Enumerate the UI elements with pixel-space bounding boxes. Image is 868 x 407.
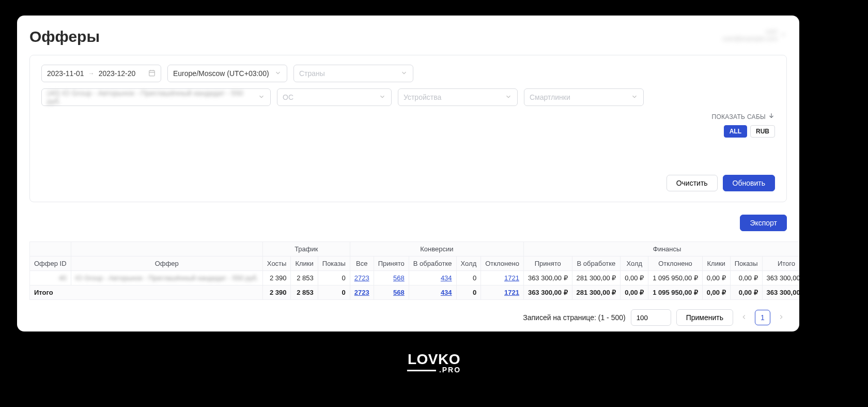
pagination-apply-button[interactable]: Применить	[676, 309, 733, 326]
col-f-rejected: Отклонено	[648, 257, 703, 271]
cell-f-processing: 281 300,00 ₽	[572, 271, 621, 285]
cell-hold: 0	[456, 271, 481, 285]
cell-f-hold: 0,00 ₽	[621, 271, 648, 285]
col-f-processing: В обработке	[572, 257, 621, 271]
logo: LOVKO .PRO	[407, 351, 461, 374]
total-clicks: 2 853	[291, 285, 318, 300]
page-size-input[interactable]	[631, 309, 671, 326]
export-button[interactable]: Экспорт	[740, 215, 787, 231]
show-subs-label: ПОКАЗАТЬ САБЫ	[712, 113, 766, 120]
cell-offer-id: 40	[30, 271, 71, 285]
col-group-traffic: Трафик	[262, 242, 350, 257]
total-hosts: 2 390	[262, 285, 291, 300]
total-f-hold: 0,00 ₽	[621, 285, 648, 300]
col-empty	[30, 242, 71, 257]
col-f-total: Итого	[762, 257, 799, 271]
cell-f-accepted: 363 300,00 ₽	[523, 271, 572, 285]
prev-page-button[interactable]	[738, 313, 750, 322]
header-row: Офферы user user@example.com	[29, 28, 787, 55]
svg-rect-0	[149, 70, 155, 76]
arrow-down-icon	[768, 112, 775, 121]
table-row: 40 IO Group - Авторынок - Приглашённый к…	[30, 271, 800, 285]
cell-f-total: 363 300,00 ₽	[762, 271, 799, 285]
os-select[interactable]: ОС	[277, 88, 392, 106]
smartlinks-select[interactable]: Смартлинки	[524, 88, 644, 106]
currency-toggle: ALL RUB	[41, 125, 775, 138]
col-impressions: Показы	[318, 257, 350, 271]
col-accepted: Принято	[374, 257, 409, 271]
col-f-impressions: Показы	[730, 257, 762, 271]
group-header-row: Трафик Конверсии Финансы	[30, 242, 800, 257]
cell-accepted[interactable]: 568	[374, 271, 409, 285]
col-empty	[71, 242, 262, 257]
currency-rub[interactable]: RUB	[750, 125, 775, 138]
col-offer: Оффер	[71, 257, 262, 271]
timezone-value: Europe/Moscow (UTC+03:00)	[173, 69, 269, 78]
user-menu[interactable]: user user@example.com	[722, 28, 787, 42]
chevron-down-icon	[505, 93, 512, 102]
cell-f-rejected: 1 095 950,00 ₽	[648, 271, 703, 285]
total-rejected[interactable]: 1721	[481, 285, 524, 300]
col-group-conversions: Конверсии	[350, 242, 523, 257]
date-range-picker[interactable]: 2023-11-01 → 2023-12-20	[41, 65, 161, 82]
export-row: Экспорт	[29, 215, 787, 231]
next-page-button[interactable]	[776, 313, 787, 322]
filter-actions: Очистить Обновить	[41, 175, 775, 191]
user-email: user@example.com	[722, 35, 778, 42]
cell-impressions: 0	[318, 271, 350, 285]
cell-f-clicks: 0,00 ₽	[702, 271, 730, 285]
offer-value: (40) IO Group - Авторынок - Приглашённый…	[47, 89, 258, 105]
calendar-icon	[148, 69, 156, 78]
total-accepted[interactable]: 568	[374, 285, 409, 300]
col-f-hold: Холд	[621, 257, 648, 271]
user-name: user	[722, 28, 778, 35]
date-from: 2023-11-01	[47, 69, 84, 78]
timezone-select[interactable]: Europe/Moscow (UTC+03:00)	[167, 65, 287, 82]
os-placeholder: ОС	[283, 93, 293, 101]
total-f-rejected: 1 095 950,00 ₽	[648, 285, 703, 300]
pagination: Записей на странице: (1 - 500) Применить…	[29, 309, 787, 326]
smartlinks-placeholder: Смартлинки	[530, 93, 570, 101]
cell-offer: IO Group - Авторынок - Приглашённый канд…	[71, 271, 262, 285]
clear-button[interactable]: Очистить	[667, 175, 718, 191]
sub-header-row: Оффер ID Оффер Хосты Клики Показы Все Пр…	[30, 257, 800, 271]
col-hold: Холд	[456, 257, 481, 271]
arrow-right-icon: →	[88, 70, 95, 77]
col-hosts: Хосты	[262, 257, 291, 271]
records-per-page-label: Записей на странице: (1 - 500)	[523, 313, 625, 322]
show-subs-toggle[interactable]: ПОКАЗАТЬ САБЫ	[41, 112, 775, 121]
devices-placeholder: Устройства	[404, 93, 441, 101]
chevron-down-icon	[631, 93, 638, 102]
cell-f-impressions: 0,00 ₽	[730, 271, 762, 285]
app-window: Офферы user user@example.com 2023-11-01 …	[17, 16, 799, 331]
offer-select[interactable]: (40) IO Group - Авторынок - Приглашённый…	[41, 88, 271, 106]
col-offer-id: Оффер ID	[30, 257, 71, 271]
filters-row-1: 2023-11-01 → 2023-12-20 Europe/Moscow (U…	[41, 65, 775, 82]
page-title: Офферы	[29, 28, 100, 46]
col-f-accepted: Принято	[523, 257, 572, 271]
chevron-down-icon	[780, 31, 787, 40]
col-clicks: Клики	[291, 257, 318, 271]
col-f-clicks: Клики	[702, 257, 730, 271]
countries-select[interactable]: Страны	[293, 65, 413, 82]
date-to: 2023-12-20	[99, 69, 136, 78]
total-label: Итого	[30, 285, 263, 300]
total-f-accepted: 363 300,00 ₽	[523, 285, 572, 300]
logo-sub: .PRO	[407, 366, 461, 374]
total-processing[interactable]: 434	[409, 285, 456, 300]
filters-row-2: (40) IO Group - Авторынок - Приглашённый…	[41, 88, 775, 106]
devices-select[interactable]: Устройства	[398, 88, 518, 106]
chevron-down-icon	[274, 69, 282, 78]
currency-all[interactable]: ALL	[724, 125, 747, 138]
apply-button[interactable]: Обновить	[723, 175, 775, 191]
total-all[interactable]: 2723	[350, 285, 374, 300]
cell-clicks: 2 853	[291, 271, 318, 285]
col-all: Все	[350, 257, 374, 271]
total-f-clicks: 0,00 ₽	[702, 285, 730, 300]
cell-rejected[interactable]: 1721	[481, 271, 524, 285]
total-f-total: 363 300,00 ₽	[762, 285, 799, 300]
cell-all[interactable]: 2723	[350, 271, 374, 285]
cell-processing[interactable]: 434	[409, 271, 456, 285]
current-page[interactable]: 1	[755, 310, 770, 325]
filters-panel: 2023-11-01 → 2023-12-20 Europe/Moscow (U…	[29, 55, 787, 202]
